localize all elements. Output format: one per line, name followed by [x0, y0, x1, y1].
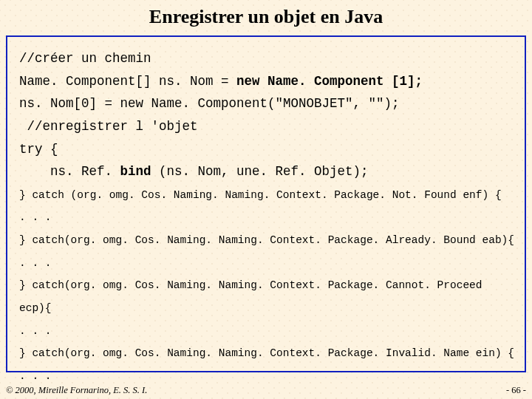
code-line: ns. Ref. — [19, 164, 120, 179]
code-line: . . . — [19, 370, 52, 382]
code-line: ecp){ — [19, 302, 52, 314]
code-bold: new Name. Component [1]; — [236, 74, 423, 89]
page-number: - 66 - — [506, 385, 526, 396]
code-line: Name. Component[] ns. Nom = — [19, 74, 236, 89]
code-line: . . . — [19, 211, 52, 223]
footer: © 2000, Mireille Fornarino, E. S. S. I. … — [6, 385, 526, 396]
code-line: //enregistrer l 'objet — [19, 119, 198, 134]
copyright: © 2000, Mireille Fornarino, E. S. S. I. — [6, 385, 147, 396]
code-line: } catch(org. omg. Cos. Naming. Naming. C… — [19, 279, 482, 291]
code-line: } catch(org. omg. Cos. Naming. Naming. C… — [19, 234, 514, 246]
code-line: . . . — [19, 257, 52, 269]
code-frame: //créer un chemin Name. Component[] ns. … — [6, 35, 526, 372]
code-block: //créer un chemin Name. Component[] ns. … — [19, 47, 517, 386]
code-line: (ns. Nom, une. Ref. Objet); — [151, 164, 369, 179]
code-line: ns. Nom[0] = new Name. Component("MONOBJ… — [19, 96, 400, 111]
code-line: . . . — [19, 325, 52, 337]
code-line: //créer un chemin — [19, 51, 151, 66]
code-line: try { — [19, 142, 58, 157]
code-line: } catch(org. omg. Cos. Naming. Naming. C… — [19, 347, 514, 359]
slide-title: Enregistrer un objet en Java — [0, 0, 532, 33]
code-line: } catch (org. omg. Cos. Naming. Naming. … — [19, 189, 502, 201]
code-bold: bind — [120, 164, 151, 179]
